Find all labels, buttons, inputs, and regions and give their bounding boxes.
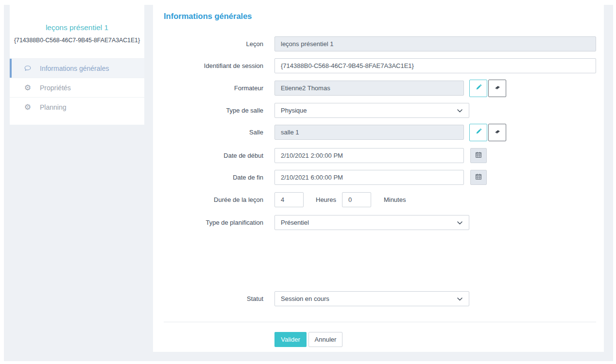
type-planification-selected-value: Présentiel	[281, 219, 309, 226]
form-row-session-id: Identifiant de session	[153, 58, 604, 73]
calendar-icon	[475, 151, 482, 160]
gear-icon: ⚙	[23, 103, 32, 111]
form-row-type-salle: Type de salle Physique	[153, 103, 604, 118]
speech-bubble-icon	[23, 64, 32, 73]
form-row-formateur: Formateur	[153, 81, 604, 96]
statut-label: Statut	[153, 291, 263, 306]
sidebar-nav: Informations générales ⚙ Propriétés ⚙ Pl…	[10, 58, 144, 116]
duree-label: Durée de la leçon	[153, 192, 263, 207]
sidebar-item-label: Planning	[40, 103, 67, 111]
sidebar-item-planning[interactable]: ⚙ Planning	[10, 97, 144, 116]
pencil-icon	[475, 83, 482, 93]
formateur-label: Formateur	[153, 81, 263, 96]
lesson-title: leçons présentiel 1	[10, 23, 144, 32]
salle-label: Salle	[153, 125, 263, 140]
heures-unit-label: Heures	[316, 196, 336, 203]
panel-heading: Informations générales	[164, 12, 252, 21]
edit-salle-button[interactable]	[469, 124, 487, 141]
statut-select[interactable]: Session en cours	[274, 291, 469, 306]
form-row-date-fin: Date de fin	[153, 170, 604, 185]
session-id-label: Identifiant de session	[153, 58, 263, 73]
duree-minutes-input[interactable]	[342, 192, 371, 207]
statut-selected-value: Session en cours	[281, 295, 329, 302]
valider-button[interactable]: Valider	[274, 332, 307, 347]
sidebar-item-label: Propriétés	[40, 84, 71, 92]
date-debut-calendar-button[interactable]	[470, 148, 487, 163]
form-actions: Valider Annuler	[274, 332, 342, 347]
form-row-lecon: Leçon	[153, 36, 604, 51]
calendar-icon	[475, 173, 482, 182]
sidebar-item-label: Informations générales	[40, 65, 109, 72]
form-row-duree: Durée de la leçon Heures Minutes	[153, 192, 604, 207]
form-row-salle: Salle	[153, 125, 604, 140]
form-row-type-planification: Type de planification Présentiel	[153, 215, 604, 230]
chevron-down-icon	[457, 107, 462, 114]
session-id-input[interactable]	[274, 58, 596, 73]
type-planification-select[interactable]: Présentiel	[274, 215, 469, 230]
general-info-panel: Informations générales Leçon Identifiant…	[153, 5, 604, 352]
date-fin-input[interactable]	[274, 170, 464, 185]
date-debut-label: Date de début	[153, 148, 263, 163]
edit-formateur-button[interactable]	[469, 80, 487, 97]
formateur-input	[274, 81, 464, 96]
type-salle-label: Type de salle	[153, 103, 263, 118]
form-row-statut: Statut Session en cours	[153, 291, 604, 306]
gear-icon: ⚙	[23, 84, 32, 92]
chevron-down-icon	[457, 295, 462, 302]
footer-divider	[164, 322, 596, 322]
sidebar-item-proprietes[interactable]: ⚙ Propriétés	[10, 78, 144, 97]
clear-salle-button[interactable]	[488, 124, 506, 141]
lesson-sidebar: leçons présentiel 1 {714388B0-C568-46C7-…	[10, 5, 144, 125]
type-salle-selected-value: Physique	[281, 107, 307, 114]
eraser-icon	[494, 128, 501, 137]
type-salle-select[interactable]: Physique	[274, 103, 469, 118]
chevron-down-icon	[457, 219, 462, 226]
form-row-date-debut: Date de début	[153, 148, 604, 163]
minutes-unit-label: Minutes	[384, 196, 406, 203]
type-planification-label: Type de planification	[153, 215, 263, 230]
lecon-label: Leçon	[153, 36, 263, 51]
eraser-icon	[494, 83, 501, 93]
sidebar-item-informations-generales[interactable]: Informations générales	[10, 58, 144, 78]
page-background: leçons présentiel 1 {714388B0-C568-46C7-…	[4, 5, 613, 361]
lecon-input	[274, 36, 596, 51]
pencil-icon	[475, 128, 482, 137]
date-debut-input[interactable]	[274, 148, 464, 163]
clear-formateur-button[interactable]	[488, 80, 506, 97]
duree-heures-input[interactable]	[274, 192, 304, 207]
date-fin-label: Date de fin	[153, 170, 263, 185]
annuler-button[interactable]: Annuler	[308, 332, 342, 347]
salle-input	[274, 125, 464, 140]
lesson-session-guid: {714388B0-C568-46C7-9B45-8FAE7A3AC1E1}	[10, 37, 144, 44]
date-fin-calendar-button[interactable]	[470, 170, 487, 185]
